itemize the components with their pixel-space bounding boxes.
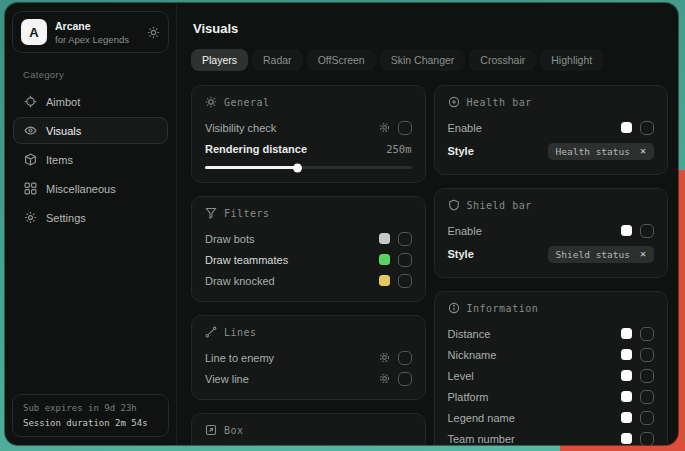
setting-row-platform: Platform [448, 386, 655, 407]
setting-row-health-enable: Enable [448, 117, 655, 138]
sidebar-item-label: Visuals [46, 125, 81, 137]
setting-label: Distance [448, 328, 491, 340]
setting-row-visibility-check: Visibility check [205, 117, 412, 138]
sidebar-nav: Aimbot Visuals Items [12, 86, 169, 233]
box-icon [205, 424, 217, 436]
card-lines-title: Lines [205, 326, 412, 338]
setting-row-view-line: View line [205, 368, 412, 389]
cube-icon [24, 153, 37, 166]
setting-label: Style [448, 145, 474, 157]
app-name: Arcane [55, 20, 129, 32]
sidebar-item-items[interactable]: Items [13, 146, 168, 173]
gear-icon [24, 211, 37, 224]
color-swatch[interactable] [621, 433, 632, 444]
shield-enable-checkbox[interactable] [640, 224, 654, 238]
view-line-checkbox[interactable] [398, 372, 412, 386]
platform-checkbox[interactable] [640, 390, 654, 404]
shield-style-chip[interactable]: Shield status ✕ [548, 246, 654, 263]
setting-row-draw-teammates: Draw teammates [205, 249, 412, 270]
app-window: A Arcane for Apex Legends Category Aimbo… [5, 3, 678, 445]
funnel-icon [205, 207, 217, 219]
legend-name-checkbox[interactable] [640, 411, 654, 425]
tab-highlight[interactable]: Highlight [540, 49, 603, 71]
card-box: Box Enable Enable background [191, 413, 426, 445]
health-icon [448, 96, 460, 108]
card-filters: Filters Draw bots Draw teammates [191, 196, 426, 302]
sidebar: A Arcane for Apex Legends Category Aimbo… [5, 3, 177, 445]
setting-label: Enable [448, 225, 482, 237]
color-swatch[interactable] [379, 275, 390, 286]
main-panel: Visuals Players Radar OffScreen Skin Cha… [177, 3, 678, 445]
setting-row-rendering-distance: Rendering distance 250m [205, 138, 412, 159]
grid-icon [24, 182, 37, 195]
color-swatch[interactable] [621, 328, 632, 339]
rendering-distance-slider[interactable] [205, 166, 412, 169]
team-number-checkbox[interactable] [640, 432, 654, 446]
setting-label: Draw knocked [205, 275, 275, 287]
card-box-title: Box [205, 424, 412, 436]
setting-label: Visibility check [205, 122, 276, 134]
distance-checkbox[interactable] [640, 327, 654, 341]
app-logo: A [21, 19, 47, 45]
sidebar-item-miscellaneous[interactable]: Miscellaneous [13, 175, 168, 202]
app-brand-text: Arcane for Apex Legends [55, 20, 129, 45]
slider-thumb[interactable] [293, 163, 302, 172]
color-swatch[interactable] [621, 391, 632, 402]
nickname-checkbox[interactable] [640, 348, 654, 362]
color-swatch[interactable] [621, 122, 632, 133]
tab-crosshair[interactable]: Crosshair [469, 49, 536, 71]
card-title-text: Information [467, 303, 539, 314]
eye-icon [24, 124, 37, 137]
color-swatch[interactable] [379, 233, 390, 244]
subscription-info-card: Sub expires in 9d 23h Session duration 2… [12, 394, 169, 437]
line-to-enemy-checkbox[interactable] [398, 351, 412, 365]
card-shield-bar-title: Shield bar [448, 199, 655, 211]
setting-label: Platform [448, 391, 489, 403]
row-settings-icon[interactable] [379, 352, 390, 363]
sidebar-item-label: Items [46, 154, 73, 166]
card-general: General Visibility check [191, 85, 426, 183]
setting-row-level: Level [448, 365, 655, 386]
card-title-text: Health bar [467, 97, 532, 108]
setting-label: Draw bots [205, 233, 255, 245]
rendering-distance-value: 250m [386, 143, 411, 155]
sidebar-item-aimbot[interactable]: Aimbot [13, 88, 168, 115]
level-checkbox[interactable] [640, 369, 654, 383]
color-swatch[interactable] [621, 349, 632, 360]
tab-radar[interactable]: Radar [252, 49, 303, 71]
tab-skin-changer[interactable]: Skin Changer [380, 49, 466, 71]
setting-label: Level [448, 370, 474, 382]
draw-teammates-checkbox[interactable] [398, 253, 412, 267]
visibility-check-checkbox[interactable] [398, 121, 412, 135]
setting-row-shield-style: Style Shield status ✕ [448, 241, 655, 267]
color-swatch[interactable] [621, 225, 632, 236]
card-information: Information Distance Nickname [434, 291, 669, 445]
health-style-chip[interactable]: Health status ✕ [548, 143, 654, 160]
health-enable-checkbox[interactable] [640, 121, 654, 135]
setting-label: Line to enemy [205, 352, 274, 364]
card-general-title: General [205, 96, 412, 108]
setting-row-legend-name: Legend name [448, 407, 655, 428]
slider-fill [205, 166, 298, 169]
color-swatch[interactable] [621, 412, 632, 423]
right-column: Health bar Enable Style Health status [434, 85, 669, 445]
draw-bots-checkbox[interactable] [398, 232, 412, 246]
setting-label: Style [448, 248, 474, 260]
brand-settings-icon[interactable] [147, 26, 160, 39]
sidebar-item-settings[interactable]: Settings [13, 204, 168, 231]
row-settings-icon[interactable] [379, 122, 390, 133]
card-health-bar-title: Health bar [448, 96, 655, 108]
draw-knocked-checkbox[interactable] [398, 274, 412, 288]
sidebar-item-label: Settings [46, 212, 86, 224]
color-swatch[interactable] [379, 254, 390, 265]
tab-offscreen[interactable]: OffScreen [307, 49, 376, 71]
tab-players[interactable]: Players [191, 49, 248, 71]
setting-row-nickname: Nickname [448, 344, 655, 365]
chip-remove-icon[interactable]: ✕ [640, 249, 646, 259]
setting-label: Rendering distance [205, 143, 307, 155]
color-swatch[interactable] [621, 370, 632, 381]
sidebar-item-visuals[interactable]: Visuals [13, 117, 168, 144]
chip-remove-icon[interactable]: ✕ [640, 146, 646, 156]
row-settings-icon[interactable] [379, 373, 390, 384]
app-brand-card: A Arcane for Apex Legends [12, 11, 169, 53]
